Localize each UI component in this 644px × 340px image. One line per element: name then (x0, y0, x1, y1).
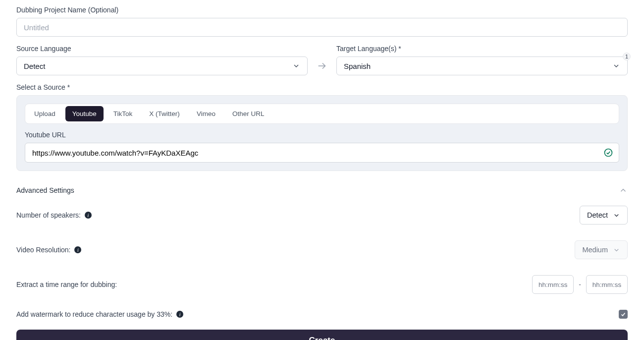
target-language-value: Spanish (344, 62, 371, 70)
arrow-right-icon (317, 57, 327, 75)
source-tabs: Upload Youtube TikTok X (Twitter) Vimeo … (25, 104, 619, 124)
advanced-settings-header: Advanced Settings (16, 186, 74, 194)
timerange-label: Extract a time range for dubbing: (16, 281, 117, 288)
create-button[interactable]: Create (16, 330, 628, 340)
target-count-badge: 1 (623, 53, 631, 60)
chevron-down-icon (613, 212, 620, 219)
timerange-end-input[interactable] (586, 275, 628, 294)
source-language-value: Detect (24, 62, 45, 70)
project-name-input[interactable] (16, 18, 628, 37)
chevron-up-icon[interactable] (619, 186, 628, 195)
resolution-value: Medium (582, 246, 608, 254)
speakers-label: Number of speakers: (16, 211, 81, 219)
chevron-down-icon (292, 62, 300, 70)
tab-x-twitter[interactable]: X (Twitter) (142, 106, 187, 121)
tab-upload[interactable]: Upload (27, 106, 62, 121)
target-language-label: Target Language(s) * (336, 45, 628, 53)
speakers-select[interactable]: Detect (580, 206, 628, 225)
speakers-value: Detect (587, 211, 608, 219)
youtube-url-label: Youtube URL (25, 131, 619, 139)
project-name-label: Dubbing Project Name (Optional) (16, 6, 628, 14)
check-icon (620, 311, 626, 317)
timerange-dash: - (579, 281, 581, 288)
source-language-label: Source Language (16, 45, 308, 53)
info-icon: i (176, 311, 183, 318)
resolution-select[interactable]: Medium (575, 240, 628, 259)
tab-youtube[interactable]: Youtube (65, 106, 104, 121)
source-panel: Upload Youtube TikTok X (Twitter) Vimeo … (16, 95, 628, 171)
chevron-down-icon (612, 62, 620, 70)
watermark-checkbox[interactable] (619, 310, 628, 319)
select-source-label: Select a Source * (16, 83, 628, 91)
youtube-url-input[interactable] (25, 143, 619, 163)
info-icon: i (85, 212, 92, 219)
tab-other-url[interactable]: Other URL (225, 106, 271, 121)
chevron-down-icon (613, 246, 620, 254)
source-language-select[interactable]: Detect (16, 57, 308, 75)
timerange-start-input[interactable] (532, 275, 574, 294)
svg-point-1 (605, 149, 612, 157)
info-icon: i (74, 246, 81, 253)
target-language-select[interactable]: Spanish (336, 57, 628, 75)
tab-vimeo[interactable]: Vimeo (190, 106, 222, 121)
tab-tiktok[interactable]: TikTok (107, 106, 140, 121)
checkmark-circle-icon (603, 148, 613, 158)
watermark-label: Add watermark to reduce character usage … (16, 310, 172, 318)
resolution-label: Video Resolution: (16, 246, 70, 254)
